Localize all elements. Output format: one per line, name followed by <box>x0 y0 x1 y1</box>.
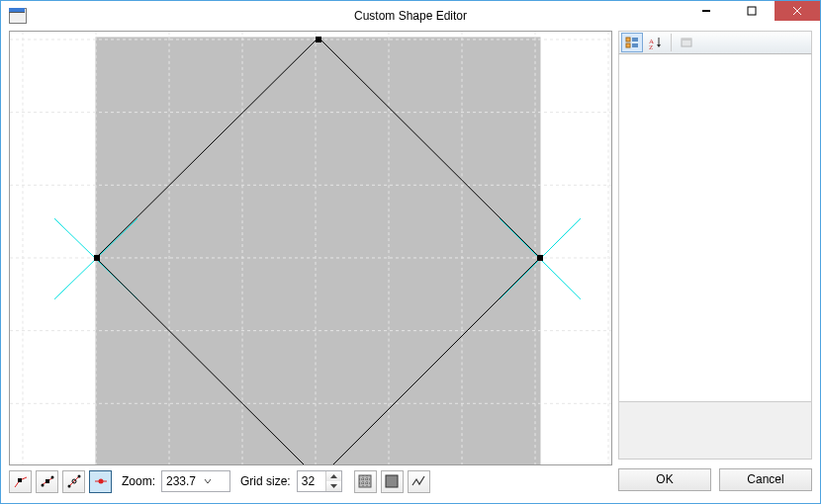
svg-point-34 <box>50 476 53 479</box>
fill-toggle-button[interactable] <box>381 470 404 493</box>
maximize-icon <box>747 6 757 16</box>
dialog-buttons: OK Cancel <box>618 463 812 495</box>
corner-point-tool[interactable] <box>9 470 32 493</box>
property-pages-button[interactable] <box>676 33 697 52</box>
alphabetical-view-button[interactable]: A Z <box>645 33 667 52</box>
fill-icon <box>384 473 400 489</box>
svg-point-33 <box>41 484 44 487</box>
gridsize-spinner[interactable]: 32 <box>297 470 342 492</box>
app-icon <box>9 8 25 24</box>
svg-rect-46 <box>386 475 398 487</box>
chevron-down-icon <box>200 471 216 491</box>
categorized-view-button[interactable] <box>621 33 643 52</box>
close-icon <box>792 6 802 16</box>
svg-point-37 <box>67 485 70 488</box>
svg-rect-50 <box>626 43 630 47</box>
categorized-icon <box>625 36 639 49</box>
svg-rect-30 <box>18 478 22 482</box>
alphabetical-icon: A Z <box>649 36 663 49</box>
spin-down-button[interactable] <box>326 481 341 491</box>
zoom-value: 233.7 <box>162 474 200 488</box>
selected-point-icon <box>93 473 109 489</box>
gridsize-label: Grid size: <box>240 474 291 488</box>
curve-tool-button[interactable] <box>408 470 430 493</box>
curve-icon <box>410 473 426 489</box>
canvas-svg <box>10 32 611 464</box>
spin-up-button[interactable] <box>326 471 341 481</box>
window: Custom Shape Editor <box>0 0 821 504</box>
right-column: A Z OK Cancel <box>618 31 812 495</box>
smooth-point-tool[interactable] <box>36 470 58 493</box>
zoom-combo[interactable]: 233.7 <box>161 470 230 492</box>
snap-to-grid-button[interactable] <box>354 470 377 493</box>
symmetric-point-icon <box>66 473 82 489</box>
close-button[interactable] <box>775 1 820 21</box>
property-description <box>618 402 812 460</box>
left-column: Zoom: 233.7 Grid size: 32 <box>9 31 612 495</box>
ok-button[interactable]: OK <box>618 468 711 491</box>
smooth-point-icon <box>40 473 55 489</box>
svg-rect-24 <box>316 37 321 42</box>
titlebar: Custom Shape Editor <box>1 1 820 31</box>
svg-rect-57 <box>682 39 691 41</box>
toolbar-separator <box>671 34 672 51</box>
maximize-button[interactable] <box>729 1 775 21</box>
property-grid[interactable] <box>618 54 812 402</box>
snap-grid-icon <box>357 473 373 489</box>
corner-point-icon <box>13 473 29 489</box>
svg-rect-25 <box>537 255 543 261</box>
minimize-button[interactable] <box>684 1 729 21</box>
svg-point-40 <box>98 479 103 484</box>
svg-text:Z: Z <box>649 43 653 49</box>
svg-rect-27 <box>94 255 100 261</box>
window-controls <box>684 1 820 23</box>
minimize-icon <box>701 6 711 16</box>
property-toolbar: A Z <box>618 31 812 54</box>
cancel-button[interactable]: Cancel <box>719 468 812 491</box>
shape-canvas[interactable] <box>9 31 612 465</box>
selected-point-tool[interactable] <box>89 470 112 493</box>
svg-rect-41 <box>359 475 371 487</box>
svg-point-38 <box>77 475 80 478</box>
bottom-toolbar: Zoom: 233.7 Grid size: 32 <box>9 467 612 495</box>
svg-rect-47 <box>626 38 630 42</box>
svg-rect-4 <box>96 38 540 464</box>
zoom-label: Zoom: <box>122 474 155 488</box>
property-pages-icon <box>680 36 693 49</box>
svg-rect-1 <box>748 7 756 15</box>
symmetric-point-tool[interactable] <box>62 470 85 493</box>
gridsize-value: 32 <box>298 471 325 491</box>
svg-rect-32 <box>46 479 49 483</box>
client-area: Zoom: 233.7 Grid size: 32 <box>9 31 812 495</box>
